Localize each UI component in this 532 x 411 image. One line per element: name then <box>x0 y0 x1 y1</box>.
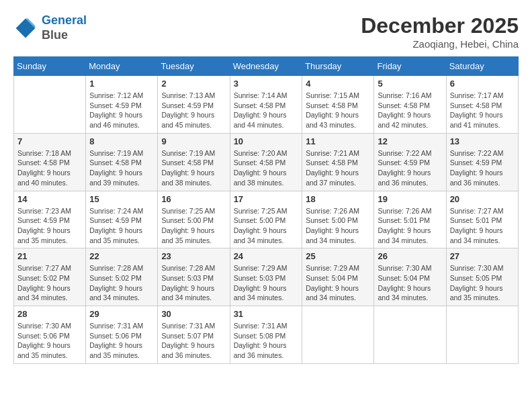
day-info: Sunrise: 7:12 AMSunset: 4:59 PMDaylight:… <box>89 91 154 130</box>
svg-marker-0 <box>16 18 36 38</box>
col-header-saturday: Saturday <box>446 57 518 76</box>
col-header-friday: Friday <box>374 57 446 76</box>
location-subtitle: Zaoqiang, Hebei, China <box>361 38 519 50</box>
day-number: 10 <box>234 136 299 146</box>
table-row: 1Sunrise: 7:12 AMSunset: 4:59 PMDaylight… <box>86 76 158 134</box>
day-number: 4 <box>306 79 370 89</box>
day-number: 5 <box>378 79 442 89</box>
table-row: 21Sunrise: 7:27 AMSunset: 5:02 PMDayligh… <box>14 248 86 306</box>
table-row: 29Sunrise: 7:31 AMSunset: 5:06 PMDayligh… <box>86 306 158 364</box>
day-number: 31 <box>234 309 299 319</box>
table-row: 28Sunrise: 7:30 AMSunset: 5:06 PMDayligh… <box>14 306 86 364</box>
table-row: 24Sunrise: 7:29 AMSunset: 5:03 PMDayligh… <box>230 248 302 306</box>
day-info: Sunrise: 7:31 AMSunset: 5:07 PMDaylight:… <box>161 321 226 361</box>
table-row: 26Sunrise: 7:30 AMSunset: 5:04 PMDayligh… <box>374 248 446 306</box>
day-info: Sunrise: 7:17 AMSunset: 4:58 PMDaylight:… <box>450 91 515 130</box>
day-info: Sunrise: 7:14 AMSunset: 4:58 PMDaylight:… <box>234 91 299 130</box>
day-info: Sunrise: 7:26 AMSunset: 5:01 PMDaylight:… <box>378 206 442 246</box>
table-row: 13Sunrise: 7:22 AMSunset: 4:59 PMDayligh… <box>446 133 518 191</box>
day-number: 24 <box>234 251 299 261</box>
month-title: December 2025 <box>361 13 519 38</box>
day-number: 21 <box>17 251 82 261</box>
day-info: Sunrise: 7:22 AMSunset: 4:59 PMDaylight:… <box>378 148 442 188</box>
col-header-wednesday: Wednesday <box>230 57 302 76</box>
table-row: 22Sunrise: 7:28 AMSunset: 5:02 PMDayligh… <box>86 248 158 306</box>
table-row: 8Sunrise: 7:19 AMSunset: 4:58 PMDaylight… <box>86 133 158 191</box>
col-header-monday: Monday <box>86 57 158 76</box>
day-number: 17 <box>234 194 299 204</box>
table-row: 27Sunrise: 7:30 AMSunset: 5:05 PMDayligh… <box>446 248 518 306</box>
day-number: 13 <box>450 136 515 146</box>
table-row: 18Sunrise: 7:26 AMSunset: 5:00 PMDayligh… <box>302 191 374 248</box>
table-row: 15Sunrise: 7:24 AMSunset: 4:59 PMDayligh… <box>86 191 158 248</box>
day-info: Sunrise: 7:30 AMSunset: 5:04 PMDaylight:… <box>378 263 442 303</box>
table-row: 11Sunrise: 7:21 AMSunset: 4:58 PMDayligh… <box>302 133 374 191</box>
day-number: 28 <box>17 309 82 319</box>
day-number: 29 <box>89 309 154 319</box>
day-info: Sunrise: 7:28 AMSunset: 5:02 PMDaylight:… <box>89 263 154 303</box>
logo-text: GeneralBlue <box>42 13 87 42</box>
day-info: Sunrise: 7:29 AMSunset: 5:04 PMDaylight:… <box>306 263 370 303</box>
day-info: Sunrise: 7:28 AMSunset: 5:03 PMDaylight:… <box>161 263 226 303</box>
table-row <box>302 306 374 364</box>
table-row: 30Sunrise: 7:31 AMSunset: 5:07 PMDayligh… <box>158 306 230 364</box>
day-number: 27 <box>450 251 515 261</box>
day-number: 1 <box>89 79 154 89</box>
day-number: 25 <box>306 251 370 261</box>
day-info: Sunrise: 7:20 AMSunset: 4:58 PMDaylight:… <box>234 148 299 188</box>
calendar-table: SundayMondayTuesdayWednesdayThursdayFrid… <box>13 56 519 364</box>
day-info: Sunrise: 7:25 AMSunset: 5:00 PMDaylight:… <box>161 206 226 246</box>
logo-icon <box>13 16 38 40</box>
table-row: 9Sunrise: 7:19 AMSunset: 4:58 PMDaylight… <box>158 133 230 191</box>
day-info: Sunrise: 7:26 AMSunset: 5:00 PMDaylight:… <box>306 206 370 246</box>
col-header-thursday: Thursday <box>302 57 374 76</box>
day-info: Sunrise: 7:22 AMSunset: 4:59 PMDaylight:… <box>450 148 515 188</box>
table-row: 14Sunrise: 7:23 AMSunset: 4:59 PMDayligh… <box>14 191 86 248</box>
logo: GeneralBlue <box>13 13 87 42</box>
day-info: Sunrise: 7:24 AMSunset: 4:59 PMDaylight:… <box>89 206 154 246</box>
table-row: 19Sunrise: 7:26 AMSunset: 5:01 PMDayligh… <box>374 191 446 248</box>
table-row <box>374 306 446 364</box>
day-number: 23 <box>161 251 226 261</box>
day-number: 12 <box>378 136 442 146</box>
day-info: Sunrise: 7:19 AMSunset: 4:58 PMDaylight:… <box>161 148 226 188</box>
day-info: Sunrise: 7:16 AMSunset: 4:58 PMDaylight:… <box>378 91 442 130</box>
table-row: 31Sunrise: 7:31 AMSunset: 5:08 PMDayligh… <box>230 306 302 364</box>
day-info: Sunrise: 7:30 AMSunset: 5:06 PMDaylight:… <box>17 321 82 361</box>
day-info: Sunrise: 7:21 AMSunset: 4:58 PMDaylight:… <box>306 148 370 188</box>
day-number: 14 <box>17 194 82 204</box>
day-number: 8 <box>89 136 154 146</box>
page-header: GeneralBlue December 2025 Zaoqiang, Hebe… <box>13 13 519 50</box>
table-row: 5Sunrise: 7:16 AMSunset: 4:58 PMDaylight… <box>374 76 446 134</box>
table-row: 20Sunrise: 7:27 AMSunset: 5:01 PMDayligh… <box>446 191 518 248</box>
day-info: Sunrise: 7:23 AMSunset: 4:59 PMDaylight:… <box>17 206 82 246</box>
day-number: 16 <box>161 194 226 204</box>
day-info: Sunrise: 7:19 AMSunset: 4:58 PMDaylight:… <box>89 148 154 188</box>
col-header-sunday: Sunday <box>14 57 86 76</box>
day-info: Sunrise: 7:31 AMSunset: 5:08 PMDaylight:… <box>234 321 299 361</box>
day-number: 26 <box>378 251 442 261</box>
day-number: 2 <box>161 79 226 89</box>
day-number: 7 <box>17 136 82 146</box>
day-number: 15 <box>89 194 154 204</box>
day-info: Sunrise: 7:27 AMSunset: 5:02 PMDaylight:… <box>17 263 82 303</box>
day-number: 6 <box>450 79 515 89</box>
col-header-tuesday: Tuesday <box>158 57 230 76</box>
table-row: 23Sunrise: 7:28 AMSunset: 5:03 PMDayligh… <box>158 248 230 306</box>
day-info: Sunrise: 7:29 AMSunset: 5:03 PMDaylight:… <box>234 263 299 303</box>
table-row: 7Sunrise: 7:18 AMSunset: 4:58 PMDaylight… <box>14 133 86 191</box>
day-number: 11 <box>306 136 370 146</box>
table-row: 10Sunrise: 7:20 AMSunset: 4:58 PMDayligh… <box>230 133 302 191</box>
table-row: 6Sunrise: 7:17 AMSunset: 4:58 PMDaylight… <box>446 76 518 134</box>
day-number: 3 <box>234 79 299 89</box>
table-row: 4Sunrise: 7:15 AMSunset: 4:58 PMDaylight… <box>302 76 374 134</box>
table-row: 3Sunrise: 7:14 AMSunset: 4:58 PMDaylight… <box>230 76 302 134</box>
table-row: 2Sunrise: 7:13 AMSunset: 4:59 PMDaylight… <box>158 76 230 134</box>
table-row: 17Sunrise: 7:25 AMSunset: 5:00 PMDayligh… <box>230 191 302 248</box>
day-info: Sunrise: 7:15 AMSunset: 4:58 PMDaylight:… <box>306 91 370 130</box>
day-number: 30 <box>161 309 226 319</box>
day-info: Sunrise: 7:27 AMSunset: 5:01 PMDaylight:… <box>450 206 515 246</box>
table-row: 16Sunrise: 7:25 AMSunset: 5:00 PMDayligh… <box>158 191 230 248</box>
day-info: Sunrise: 7:31 AMSunset: 5:06 PMDaylight:… <box>89 321 154 361</box>
day-info: Sunrise: 7:25 AMSunset: 5:00 PMDaylight:… <box>234 206 299 246</box>
